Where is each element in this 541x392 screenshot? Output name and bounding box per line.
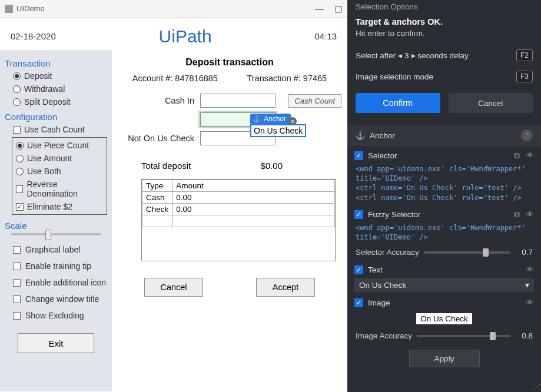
checkbox-eliminate-2[interactable]: Eliminate $2 — [12, 200, 107, 213]
radio-use-piece-count[interactable]: Use Piece Count — [12, 139, 107, 152]
checkbox-icon[interactable]: ✓ — [354, 298, 363, 307]
anchor-badge[interactable]: ⚓ Anchor ✕ — [250, 114, 291, 124]
window-title: UIDemo — [16, 4, 45, 13]
checkbox-icon[interactable]: ✓ — [354, 151, 363, 160]
radio-deposit[interactable]: Deposit — [5, 69, 107, 82]
checkbox-change-window-title[interactable]: Change window title — [5, 291, 107, 307]
account-number: Account #: 847816885 — [132, 74, 218, 83]
checkbox-icon — [16, 203, 24, 211]
main-panel: Deposit transaction Account #: 847816885… — [112, 50, 347, 391]
transaction-number: Transaction #: 97465 — [247, 74, 327, 83]
selector-code[interactable]: <wnd app='uidemo.exe' cls='HwndWrapper*'… — [347, 163, 541, 205]
slider-thumb[interactable] — [483, 248, 489, 257]
cash-in-input[interactable] — [200, 94, 276, 108]
eye-icon[interactable]: 👁 — [526, 210, 534, 220]
checkbox-icon — [13, 263, 21, 270]
uidemo-window: UIDemo — ▢ 02-18-2020 UiPath 04:13 Trans… — [0, 0, 347, 392]
chevron-up-icon[interactable]: ⌃ — [521, 129, 533, 141]
fuzzy-selector-code[interactable]: <wnd app='uidemo.exe' cls='HwndWrapper*'… — [347, 222, 541, 244]
checkbox-icon[interactable]: ✓ — [354, 210, 363, 219]
cash-count-button[interactable]: Cash Count — [288, 94, 341, 108]
checkbox-training-tip[interactable]: Enable training tip — [5, 258, 107, 274]
exit-button[interactable]: Exit — [18, 333, 94, 353]
slider-thumb[interactable] — [490, 332, 496, 340]
total-deposit-label: Total deposit — [118, 161, 206, 171]
checkbox-graphical-label[interactable]: Graphical label — [5, 241, 107, 258]
confirm-button[interactable]: Confirm — [356, 93, 440, 113]
radio-icon — [13, 85, 21, 93]
selector-toggle-row: ✓ Selector ⧉ 👁 — [347, 146, 541, 163]
text-toggle-row: ✓ Text 👁 — [347, 260, 541, 277]
image-accuracy-slider[interactable] — [417, 335, 510, 337]
chevron-right-icon[interactable]: ▸ — [411, 51, 416, 60]
configuration-group: Use Piece Count Use Amount Use Both Reve… — [12, 137, 107, 215]
deposit-table: Type Amount Cash 0.00 Check 0.00 — [141, 179, 336, 261]
eye-icon[interactable]: 👁 — [526, 298, 534, 307]
text-value-dropdown[interactable]: On Us Check ▾ — [354, 278, 534, 292]
minimize-button[interactable]: — — [315, 4, 324, 14]
app-icon — [5, 5, 13, 13]
radio-icon — [13, 72, 21, 80]
chevron-down-icon: ▾ — [525, 280, 529, 290]
eye-icon[interactable]: 👁 — [526, 265, 534, 274]
copy-icon[interactable]: ⧉ — [514, 210, 520, 220]
image-selection-mode-row: Image selection mode F3 — [347, 66, 541, 87]
checkbox-show-excluding[interactable]: Show Excluding — [5, 307, 107, 324]
f3-key-badge: F3 — [516, 71, 533, 82]
checkbox-additional-icon[interactable]: Enable additional icon — [5, 274, 107, 291]
anchor-target-label: On Us Check — [250, 124, 306, 137]
chevron-left-icon[interactable]: ◂ — [398, 51, 402, 60]
scale-slider[interactable] — [5, 233, 107, 241]
radio-icon — [13, 98, 21, 106]
anchor-icon: ⚓ — [253, 115, 261, 123]
radio-split-deposit[interactable]: Split Deposit — [5, 95, 107, 108]
eye-icon[interactable]: 👁 — [526, 151, 534, 161]
not-on-us-check-label: Not On Us Check — [118, 134, 200, 143]
radio-withdrawal[interactable]: Withdrawal — [5, 82, 107, 95]
delay-value: 3 — [404, 51, 409, 60]
brand-label: UiPath — [159, 26, 212, 46]
cancel-button[interactable]: Cancel — [144, 278, 203, 297]
selector-label: Selector — [368, 151, 397, 160]
resize-grip-icon[interactable]: ⋰ — [533, 382, 540, 391]
radio-icon — [16, 142, 24, 150]
text-label: Text — [368, 265, 383, 274]
image-preview: On Us Check — [416, 313, 472, 324]
image-label: Image — [368, 298, 390, 307]
image-accuracy-label: Image Accuracy — [356, 331, 412, 340]
maximize-button[interactable]: ▢ — [334, 4, 343, 14]
selector-accuracy-slider[interactable] — [424, 251, 510, 254]
fuzzy-selector-label: Fuzzy Selector — [368, 210, 420, 219]
panel-cancel-button[interactable]: Cancel — [449, 93, 533, 113]
status-hint: Hit enter to confirm. — [347, 26, 541, 45]
anchor-section-header[interactable]: ⚓ Anchor ⌃ — [347, 125, 541, 146]
f2-key-badge: F2 — [516, 49, 533, 61]
image-toggle-row: ✓ Image 👁 — [347, 293, 541, 310]
radio-icon — [16, 168, 24, 175]
checkbox-icon[interactable]: ✓ — [354, 265, 363, 274]
checkbox-icon — [13, 295, 21, 303]
header-date: 02-18-2020 — [11, 31, 56, 41]
table-row[interactable]: Check 0.00 — [142, 204, 335, 215]
table-row[interactable]: Cash 0.00 — [142, 192, 335, 204]
radio-use-amount[interactable]: Use Amount — [12, 152, 107, 165]
table-row[interactable] — [142, 215, 335, 227]
checkbox-reverse-denomination[interactable]: Reverse Denomination — [12, 178, 107, 200]
checkbox-icon — [13, 126, 21, 134]
col-amount: Amount — [172, 180, 335, 192]
radio-icon — [16, 155, 24, 162]
panel-title: Selection Options — [347, 0, 541, 11]
cash-in-label: Cash In — [118, 96, 200, 105]
copy-icon[interactable]: ⧉ — [514, 151, 520, 161]
image-accuracy-value: 0.8 — [515, 331, 533, 340]
checkbox-use-cash-count[interactable]: Use Cash Count — [5, 123, 107, 136]
checkbox-icon — [13, 246, 21, 254]
anchor-icon: ⚓ — [356, 131, 365, 140]
selector-accuracy-label: Selector Accuracy — [356, 248, 419, 257]
radio-use-both[interactable]: Use Both — [12, 165, 107, 178]
apply-button[interactable]: Apply — [409, 350, 480, 367]
accept-button[interactable]: Accept — [256, 278, 315, 297]
scale-header: Scale — [5, 221, 107, 231]
col-type: Type — [142, 180, 172, 192]
slider-thumb[interactable] — [45, 230, 51, 240]
